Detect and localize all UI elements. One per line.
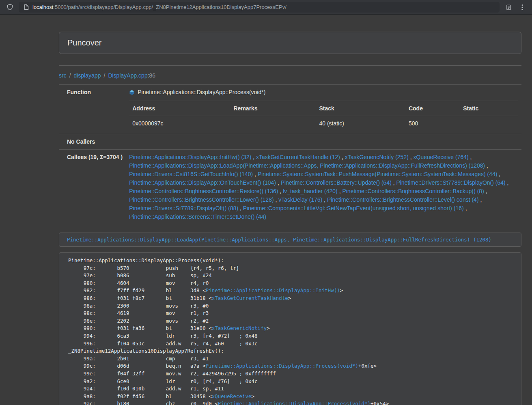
breadcrumb-displayapp[interactable]: displayapp — [74, 72, 101, 79]
breadcrumb-separator: / — [69, 72, 71, 79]
col-stack: Stack — [316, 101, 405, 116]
disassembly-block: Pinetime::Applications::DisplayApp::Proc… — [59, 252, 521, 405]
address-value: 0x0000097c — [129, 116, 230, 131]
reader-view-icon[interactable] — [504, 2, 513, 12]
asm-symbol-link[interactable]: xTaskGenericNotify — [212, 325, 267, 331]
app-header: Puncover — [59, 32, 521, 54]
callee-link[interactable]: Pinetime::Drivers::St7789::DisplayOff() … — [129, 205, 238, 211]
page-document-icon — [23, 4, 29, 11]
callee-link[interactable]: Pinetime::Controllers::Battery::Update()… — [281, 179, 392, 186]
code-value: 500 — [405, 116, 460, 131]
callee-link[interactable]: Pinetime::Drivers::St7789::DisplayOn() (… — [396, 179, 506, 186]
symbol-highlight-box: Pinetime::Applications::DisplayApp::Load… — [59, 233, 521, 247]
function-signature: Pinetime::Applications::DisplayApp::Proc… — [138, 88, 265, 97]
col-address: Address — [129, 101, 230, 116]
shield-icon-svg — [6, 4, 13, 11]
breadcrumb-separator: / — [104, 72, 106, 79]
shield-icon[interactable] — [5, 2, 15, 12]
details-value-row: 0x0000097c 40 (static) 500 — [129, 116, 518, 131]
asm-symbol-link[interactable]: Pinetime::Applications::DisplayApp::Init… — [206, 287, 340, 293]
page-title: Puncover — [67, 38, 102, 47]
remarks-value — [230, 116, 316, 131]
callee-link[interactable]: xTaskGenericNotify (252) — [345, 154, 409, 160]
url-bar[interactable]: localhost:5000/path/src/displayapp/Displ… — [19, 2, 500, 13]
breadcrumb-src[interactable]: src — [59, 72, 67, 79]
callee-link[interactable]: Pinetime::Controllers::BrightnessControl… — [327, 196, 478, 203]
col-remarks: Remarks — [230, 101, 316, 116]
callee-link[interactable]: Pinetime::Controllers::BrightnessControl… — [129, 188, 278, 194]
callee-link[interactable]: Pinetime::Applications::DisplayApp::Init… — [129, 154, 251, 160]
col-static: Static — [460, 101, 518, 116]
callee-link[interactable]: Pinetime::Components::LittleVgl::SetNewT… — [243, 205, 464, 211]
callees-label: Callees (19, Σ=3704 ) — [59, 150, 126, 225]
asm-symbol-link[interactable]: xTaskGetCurrentTaskHandle — [212, 295, 288, 301]
main-content: Puncover src/displayapp/DisplayApp.cpp:8… — [59, 32, 521, 405]
col-code: Code — [405, 101, 460, 116]
callee-link[interactable]: xTaskGetCurrentTaskHandle (12) — [256, 154, 340, 160]
kebab-menu-icon[interactable] — [517, 2, 527, 12]
stack-value: 40 (static) — [316, 116, 405, 131]
callee-link[interactable]: xQueueReceive (764) — [414, 154, 469, 160]
breadcrumb-file[interactable]: DisplayApp.cpp — [108, 72, 147, 79]
url-host: localhost — [32, 4, 53, 10]
callee-link[interactable]: Pinetime::Applications::DisplayApp::Load… — [129, 162, 485, 169]
breadcrumb-line-number: :86 — [148, 72, 155, 79]
browser-chrome: localhost:5000/path/src/displayapp/Displ… — [0, 0, 532, 15]
static-value — [460, 116, 518, 131]
callee-link[interactable]: Pinetime::System::SystemTask::PushMessag… — [258, 171, 498, 177]
function-name-line: Pinetime::Applications::DisplayApp::Proc… — [129, 88, 518, 97]
callee-link[interactable]: Pinetime::Controllers::BrightnessControl… — [342, 188, 484, 194]
callees-row: Callees (19, Σ=3704 ) Pinetime::Applicat… — [59, 150, 521, 225]
asm-symbol-link[interactable]: Pinetime::Applications::DisplayApp::Proc… — [218, 401, 370, 405]
callee-link[interactable]: Pinetime::Applications::Screens::Timer::… — [129, 213, 266, 220]
callees-list: Pinetime::Applications::DisplayApp::Init… — [129, 153, 518, 221]
breadcrumb: src/displayapp/DisplayApp.cpp:86 — [59, 72, 521, 79]
no-callers-label: No Callers — [59, 134, 126, 150]
asm-symbol-link[interactable]: Pinetime::Applications::DisplayApp::Proc… — [206, 363, 358, 369]
function-row: Function Pinetime::Applications::Display… — [59, 85, 521, 134]
divider — [59, 65, 521, 66]
callee-link[interactable]: Pinetime::Controllers::BrightnessControl… — [129, 196, 274, 203]
callee-link[interactable]: Pinetime::Drivers::Cst816S::GetTouchInfo… — [129, 171, 253, 177]
url-path: :5000/path/src/displayapp/DisplayApp.cpp… — [53, 4, 286, 10]
function-table: Function Pinetime::Applications::Display… — [59, 84, 521, 224]
callee-link[interactable]: Pinetime::Applications::DisplayApp::OnTo… — [129, 179, 276, 186]
highlighted-symbol-link[interactable]: Pinetime::Applications::DisplayApp::Load… — [67, 237, 491, 243]
no-callers-row: No Callers — [59, 134, 521, 150]
asm-symbol-link[interactable]: xQueueReceive — [212, 393, 252, 399]
url-text: localhost:5000/path/src/displayapp/Displ… — [32, 4, 286, 10]
function-icon — [129, 90, 135, 95]
callee-link[interactable]: vTaskDelay (176) — [278, 196, 322, 203]
function-row-label: Function — [59, 85, 126, 134]
function-details-table: Address Remarks Stack Code Static 0x0000… — [129, 101, 518, 131]
callee-link[interactable]: lv_task_handler (420) — [283, 188, 338, 194]
details-header-row: Address Remarks Stack Code Static — [129, 101, 518, 116]
